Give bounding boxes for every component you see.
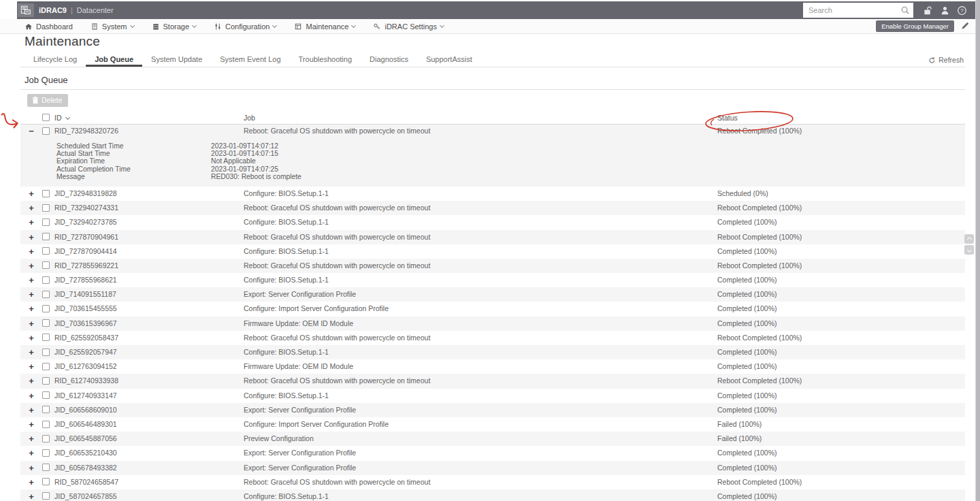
- job-id: JID_714091551187: [54, 287, 116, 302]
- delete-button[interactable]: Delete: [27, 94, 68, 107]
- job-id: JID_732940273785: [54, 215, 117, 229]
- job-id: JID_703615455555: [54, 302, 117, 316]
- select-all-checkbox[interactable]: [42, 114, 50, 121]
- idrac-logo-icon[interactable]: [18, 3, 34, 17]
- job-name: Export: Server Configuration Profile: [244, 403, 356, 417]
- row-checkbox[interactable]: [42, 349, 50, 356]
- row-checkbox[interactable]: [42, 276, 50, 284]
- job-id: JID_732948319828: [54, 187, 117, 201]
- row-checkbox[interactable]: [42, 334, 50, 341]
- nav-item-system[interactable]: System: [91, 22, 134, 31]
- row-checkbox[interactable]: [42, 449, 50, 457]
- nav-item-maintenance[interactable]: Maintenance: [294, 22, 355, 31]
- tab-diagnostics[interactable]: Diagnostics: [361, 55, 417, 67]
- unlock-icon[interactable]: [923, 5, 933, 16]
- row-checkbox[interactable]: [42, 261, 50, 269]
- table-row: +JID_703615455555Configure: Import Serve…: [20, 302, 965, 316]
- expand-row-button[interactable]: +: [26, 215, 37, 229]
- expand-row-button[interactable]: +: [26, 489, 37, 501]
- tabs-bar: Lifecycle Log Job Queue System Update Sy…: [20, 54, 965, 67]
- table-row: +RID_732940274331Reboot: Graceful OS shu…: [20, 201, 965, 215]
- tab-supportassist[interactable]: SupportAssist: [417, 55, 481, 67]
- expand-row-button[interactable]: +: [26, 230, 37, 244]
- expand-row-button[interactable]: +: [26, 403, 37, 417]
- nav-label: Configuration: [225, 22, 270, 31]
- job-name: Configure: Import Server Configuration P…: [244, 417, 389, 432]
- row-checkbox[interactable]: [42, 247, 50, 255]
- row-checkbox[interactable]: [42, 233, 50, 240]
- job-name: Export: Server Configuration Profile: [244, 446, 356, 460]
- job-name: Reboot: Graceful OS shutdown with powerc…: [244, 201, 430, 215]
- chevron-down-icon: [966, 247, 971, 252]
- job-name: Reboot: Graceful OS shutdown with powerc…: [244, 125, 430, 138]
- row-checkbox[interactable]: [42, 435, 50, 442]
- row-checkbox[interactable]: [42, 204, 50, 212]
- job-detail-line: MessageRED030: Reboot is complete: [20, 173, 965, 180]
- scroll-down-button[interactable]: [964, 245, 974, 255]
- nav-item-idrac-settings[interactable]: iDRAC Settings: [373, 22, 443, 31]
- expand-row-button[interactable]: +: [26, 461, 37, 475]
- row-checkbox[interactable]: [42, 363, 50, 370]
- tab-system-update[interactable]: System Update: [142, 55, 211, 67]
- expand-row-button[interactable]: +: [26, 187, 37, 201]
- detail-value: 2023-01-09T14:07:12: [211, 142, 278, 150]
- search-icon[interactable]: [900, 5, 910, 18]
- search-input[interactable]: [803, 3, 913, 18]
- row-checkbox[interactable]: [42, 219, 50, 226]
- row-checkbox[interactable]: [42, 464, 50, 471]
- column-header-id[interactable]: ID: [54, 111, 69, 125]
- row-checkbox[interactable]: [42, 319, 50, 327]
- expand-row-button[interactable]: +: [26, 432, 37, 446]
- expand-row-button[interactable]: +: [26, 389, 37, 403]
- expand-row-button[interactable]: +: [26, 417, 37, 432]
- nav-item-dashboard[interactable]: Dashboard: [24, 22, 73, 31]
- nav-item-storage[interactable]: Storage: [152, 22, 197, 31]
- row-checkbox[interactable]: [42, 127, 50, 135]
- expand-row-button[interactable]: +: [26, 273, 37, 287]
- row-checkbox[interactable]: [42, 377, 50, 385]
- expand-row-button[interactable]: +: [26, 345, 37, 359]
- tab-system-event-log[interactable]: System Event Log: [211, 55, 289, 67]
- user-icon[interactable]: [940, 5, 950, 16]
- help-icon[interactable]: ?: [957, 5, 967, 16]
- tab-lifecycle-log[interactable]: Lifecycle Log: [24, 55, 86, 67]
- row-checkbox[interactable]: [42, 492, 50, 500]
- collapse-row-button[interactable]: −: [26, 125, 37, 138]
- job-id: JID_606545887056: [54, 432, 117, 446]
- job-status: Completed (100%): [717, 389, 777, 403]
- enable-group-manager-button[interactable]: Enable Group Manager: [876, 20, 954, 32]
- row-checkbox[interactable]: [42, 291, 50, 298]
- expand-row-button[interactable]: +: [26, 317, 37, 331]
- expand-row-button[interactable]: +: [26, 201, 37, 215]
- row-checkbox[interactable]: [42, 406, 50, 413]
- expand-row-button[interactable]: +: [26, 287, 37, 302]
- row-checkbox[interactable]: [42, 421, 50, 428]
- expand-row-button[interactable]: +: [26, 359, 37, 374]
- expand-row-button[interactable]: +: [26, 446, 37, 460]
- vertical-scrollbar[interactable]: [975, 0, 980, 501]
- nav-item-configuration[interactable]: Configuration: [214, 22, 276, 31]
- trash-icon: [32, 96, 39, 104]
- job-name: Reboot: Graceful OS shutdown with powerc…: [244, 331, 430, 345]
- expand-row-button[interactable]: +: [26, 302, 37, 316]
- job-status: Completed (100%): [717, 461, 777, 475]
- job-details: Scheduled Start Time2023-01-09T14:07:12A…: [20, 142, 965, 180]
- tab-troubleshooting[interactable]: Troubleshooting: [290, 55, 361, 67]
- job-name: Configure: BIOS.Setup.1-1: [244, 215, 329, 229]
- row-checkbox[interactable]: [42, 190, 50, 197]
- refresh-button[interactable]: Refresh: [928, 56, 964, 64]
- row-checkbox[interactable]: [42, 478, 50, 485]
- job-name: Reboot: Graceful OS shutdown with powerc…: [244, 259, 430, 273]
- nav-label: Dashboard: [36, 22, 73, 31]
- scroll-up-button[interactable]: [964, 234, 974, 244]
- tab-job-queue[interactable]: Job Queue: [86, 55, 142, 67]
- pencil-icon[interactable]: [961, 20, 970, 33]
- expand-row-button[interactable]: +: [26, 374, 37, 388]
- expand-row-button[interactable]: +: [26, 475, 37, 489]
- expand-row-button[interactable]: +: [26, 244, 37, 259]
- row-checkbox[interactable]: [42, 391, 50, 399]
- expand-row-button[interactable]: +: [26, 331, 37, 345]
- table-row: +JID_703615396967Firmware Update: OEM ID…: [20, 317, 965, 331]
- row-checkbox[interactable]: [42, 305, 50, 312]
- expand-row-button[interactable]: +: [26, 259, 37, 273]
